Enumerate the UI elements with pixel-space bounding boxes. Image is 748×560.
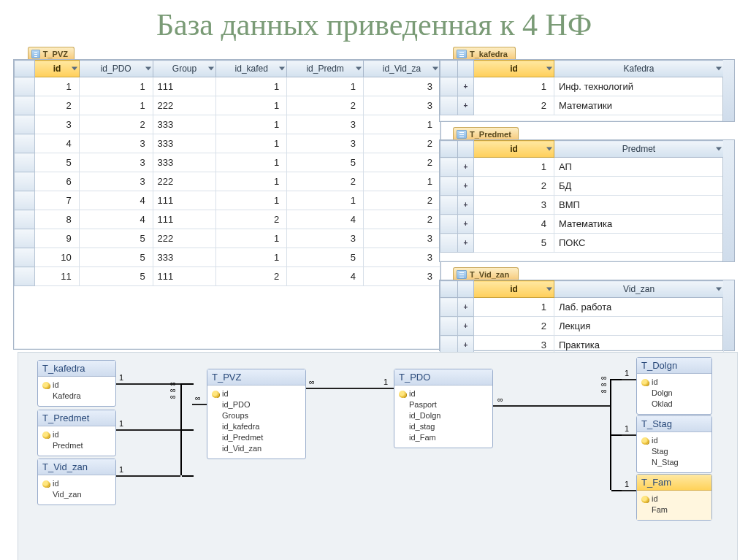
row-selector[interactable]: [15, 248, 35, 267]
scrollbar[interactable]: [722, 280, 734, 350]
cell-group[interactable]: 222: [153, 229, 216, 248]
cell-id-vid-za[interactable]: 2: [364, 134, 440, 153]
cell-group[interactable]: 111: [153, 77, 216, 96]
expand-icon[interactable]: +: [458, 215, 474, 234]
expand-icon[interactable]: +: [458, 317, 474, 336]
field[interactable]: Kafedra: [42, 391, 111, 402]
table-row[interactable]: +2Математики: [440, 96, 724, 115]
col-predmet[interactable]: Predmet: [554, 141, 724, 158]
dropdown-icon[interactable]: [72, 67, 77, 71]
cell-text[interactable]: ВМП: [554, 196, 724, 215]
field[interactable]: id_Vid_zan: [212, 443, 301, 454]
cell-group[interactable]: 222: [153, 172, 216, 191]
expand-icon[interactable]: +: [458, 234, 474, 253]
dropdown-icon[interactable]: [546, 288, 552, 291]
tab-t-vid-zan[interactable]: T_Vid_zan: [453, 267, 519, 280]
table-row[interactable]: 11111113: [15, 77, 440, 96]
cell-id-predm[interactable]: 4: [287, 267, 364, 286]
row-selector[interactable]: [440, 77, 458, 96]
grid-t-kafedra[interactable]: id Kafedra +1Инф. технологий+2Математики: [440, 60, 724, 115]
row-selector[interactable]: [440, 298, 458, 317]
row-selector[interactable]: [15, 77, 35, 96]
cell-id-vid-za[interactable]: 3: [364, 77, 440, 96]
field-pk[interactable]: id: [641, 494, 707, 505]
cell-id[interactable]: 2: [474, 317, 554, 336]
cell-id-vid-za[interactable]: 2: [364, 153, 440, 172]
cell-id[interactable]: 5: [474, 234, 554, 253]
table-row[interactable]: 84111242: [15, 210, 440, 229]
table-row[interactable]: +4Математика: [440, 215, 724, 234]
field-pk[interactable]: id: [212, 388, 301, 399]
cell-id-kafed[interactable]: 2: [216, 267, 287, 286]
table-row[interactable]: +2Лекция: [440, 317, 724, 336]
rel-box-t-pdo[interactable]: T_PDO idPasportid_Dolgnid_stagid_Fam: [394, 369, 493, 448]
cell-id-kafed[interactable]: 1: [216, 172, 287, 191]
cell-text[interactable]: Математики: [554, 96, 724, 115]
field[interactable]: Dolgn: [641, 388, 707, 399]
cell-id-predm[interactable]: 4: [287, 210, 364, 229]
cell-id[interactable]: 4: [474, 215, 554, 234]
expand-icon[interactable]: +: [458, 177, 474, 196]
cell-id-vid-za[interactable]: 3: [364, 229, 440, 248]
table-row[interactable]: 105333153: [15, 248, 440, 267]
table-row[interactable]: +5ПОКС: [440, 234, 724, 253]
col-id[interactable]: id: [474, 141, 554, 158]
cell-group[interactable]: 111: [153, 267, 216, 286]
cell-id-vid-za[interactable]: 2: [364, 191, 440, 210]
expand-icon[interactable]: +: [458, 158, 474, 177]
field[interactable]: Vid_zan: [42, 489, 111, 500]
cell-group[interactable]: 222: [153, 96, 216, 115]
row-selector[interactable]: [15, 229, 35, 248]
cell-id-kafed[interactable]: 1: [216, 191, 287, 210]
corner-cell[interactable]: [440, 61, 458, 77]
dropdown-icon[interactable]: [432, 67, 438, 71]
cell-id-vid-za[interactable]: 3: [364, 96, 440, 115]
tab-t-predmet[interactable]: T_Predmet: [453, 127, 519, 140]
cell-id-pdo[interactable]: 1: [79, 96, 153, 115]
cell-id-pdo[interactable]: 3: [79, 134, 153, 153]
cell-id[interactable]: 2: [35, 96, 80, 115]
cell-id[interactable]: 10: [35, 248, 80, 267]
col-group[interactable]: Group: [153, 61, 216, 77]
row-selector[interactable]: [440, 317, 458, 336]
cell-id-predm[interactable]: 1: [287, 191, 364, 210]
dropdown-icon[interactable]: [716, 67, 722, 71]
row-selector[interactable]: [15, 267, 35, 286]
cell-id-predm[interactable]: 2: [287, 172, 364, 191]
cell-id[interactable]: 1: [474, 298, 554, 317]
col-id[interactable]: id: [474, 61, 554, 77]
row-selector[interactable]: [15, 191, 35, 210]
cell-id-predm[interactable]: 2: [287, 96, 364, 115]
field[interactable]: id_kafedra: [212, 421, 301, 432]
cell-id-kafed[interactable]: 1: [216, 248, 287, 267]
col-id-kafed[interactable]: id_kafed: [216, 61, 287, 77]
cell-id-pdo[interactable]: 1: [79, 77, 153, 96]
table-row[interactable]: +1Лаб. работа: [440, 298, 724, 317]
cell-id[interactable]: 8: [35, 210, 80, 229]
field-pk[interactable]: id: [42, 380, 111, 391]
field[interactable]: id_PDO: [212, 399, 301, 410]
cell-group[interactable]: 333: [153, 248, 216, 267]
table-row[interactable]: 53333152: [15, 153, 440, 172]
rel-box-t-pvz[interactable]: T_PVZ idid_PDOGroupsid_kafedraid_Predmet…: [207, 369, 306, 459]
dropdown-icon[interactable]: [546, 67, 552, 71]
cell-text[interactable]: Лаб. работа: [554, 298, 724, 317]
col-vid-zan[interactable]: Vid_zan: [554, 281, 724, 298]
cell-id[interactable]: 6: [35, 172, 80, 191]
row-selector[interactable]: [440, 158, 458, 177]
cell-id[interactable]: 9: [35, 229, 80, 248]
field-pk[interactable]: id: [42, 429, 111, 440]
table-row[interactable]: +3ВМП: [440, 196, 724, 215]
field[interactable]: Predmet: [42, 440, 111, 451]
expand-icon[interactable]: +: [458, 77, 474, 96]
field[interactable]: Stag: [641, 446, 707, 457]
cell-id-pdo[interactable]: 2: [79, 115, 153, 134]
cell-id-predm[interactable]: 5: [287, 153, 364, 172]
field-pk[interactable]: id: [641, 377, 707, 388]
cell-id-pdo[interactable]: 3: [79, 172, 153, 191]
cell-id[interactable]: 3: [474, 196, 554, 215]
row-selector[interactable]: [15, 115, 35, 134]
cell-id-pdo[interactable]: 5: [79, 248, 153, 267]
dropdown-icon[interactable]: [546, 147, 552, 151]
cell-id[interactable]: 3: [35, 115, 80, 134]
